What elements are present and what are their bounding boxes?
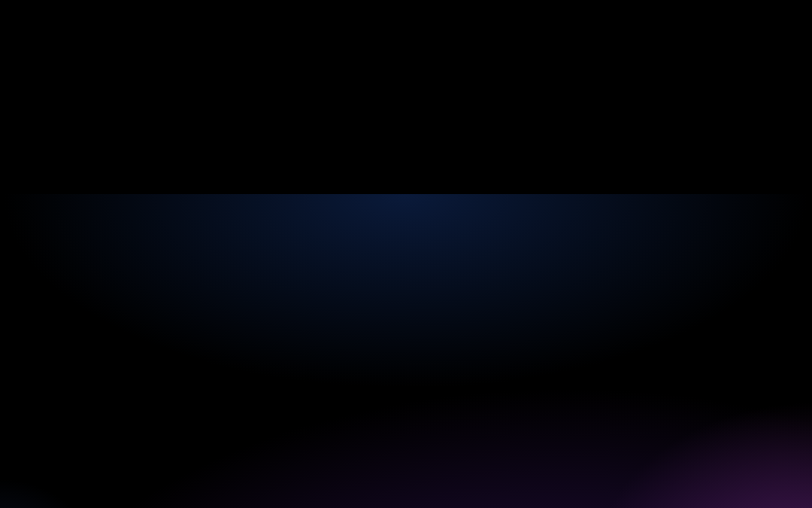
page-content: ★ ★ ★ ★ ★ See our trusted reviews Faq | … [0,194,812,508]
bg-top [0,194,812,390]
background [0,194,812,508]
bg-right-glow [586,401,812,508]
bg-left-glow [0,476,150,508]
